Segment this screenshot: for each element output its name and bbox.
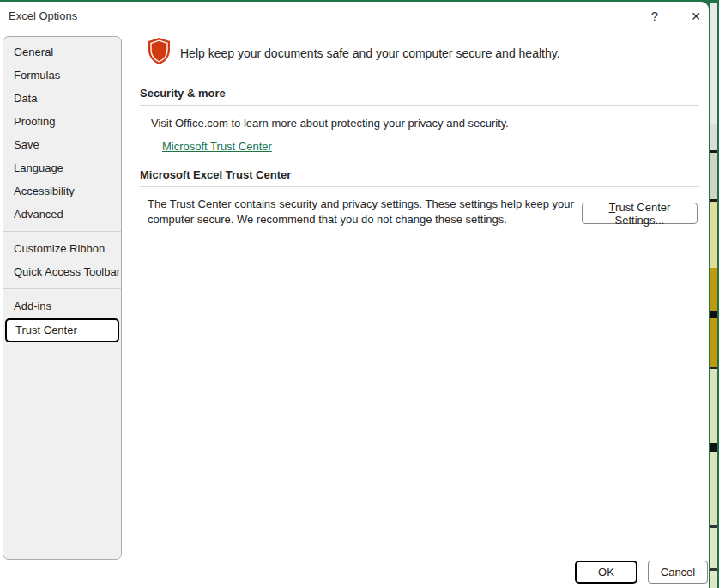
security-and-more-heading: Security & more: [140, 87, 226, 100]
sidebar-item-accessibility[interactable]: Accessibility: [3, 179, 121, 203]
options-category-sidebar: GeneralFormulasDataProofingSaveLanguageA…: [3, 36, 122, 560]
section-divider: [140, 186, 699, 187]
help-icon[interactable]: ?: [645, 7, 664, 26]
spreadsheet-strip-block: [710, 3, 717, 124]
sidebar-item-formulas[interactable]: Formulas: [3, 64, 121, 87]
dialog-title: Excel Options: [9, 9, 77, 22]
trust-center-settings-label: rust Center Settings...: [615, 201, 671, 227]
spreadsheet-strip-block: [710, 124, 717, 150]
spreadsheet-strip-block: [710, 318, 717, 367]
trust-center-settings-button[interactable]: Trust Center Settings...: [582, 203, 698, 224]
ok-button[interactable]: OK: [575, 561, 637, 584]
trust-center-settings-accel: T: [609, 201, 615, 214]
sidebar-separator: [3, 231, 121, 232]
sidebar-item-add-ins[interactable]: Add-ins: [3, 294, 121, 318]
security-banner: Help keep your documents safe and your c…: [148, 37, 560, 69]
sidebar-item-trust-center[interactable]: Trust Center: [5, 318, 119, 342]
security-shield-icon: [148, 37, 171, 69]
sidebar-item-advanced[interactable]: Advanced: [3, 203, 121, 226]
sidebar-item-language[interactable]: Language: [3, 156, 121, 179]
spreadsheet-strip-block: [710, 571, 717, 588]
security-banner-text: Help keep your documents safe and your c…: [180, 46, 560, 60]
spreadsheet-strip-block: [710, 452, 717, 525]
spreadsheet-strip-block: [710, 528, 717, 568]
sidebar-item-customize-ribbon[interactable]: Customize Ribbon: [3, 237, 121, 260]
trust-center-description-line1: The Trust Center contains security and p…: [148, 197, 574, 212]
excel-options-screen: Excel Options ? ✕ GeneralFormulasDataPro…: [0, 0, 719, 588]
excel-trust-center-heading: Microsoft Excel Trust Center: [140, 168, 291, 181]
sidebar-item-quick-access-toolbar[interactable]: Quick Access Toolbar: [3, 260, 121, 283]
section-divider: [140, 105, 699, 106]
trust-center-description: The Trust Center contains security and p…: [148, 197, 574, 227]
close-icon[interactable]: ✕: [686, 7, 706, 26]
spreadsheet-strip-block: [710, 369, 717, 443]
excel-options-dialog: Excel Options ? ✕ GeneralFormulasDataPro…: [0, 2, 709, 588]
sidebar-item-data[interactable]: Data: [3, 87, 121, 110]
spreadsheet-strip-block: [710, 268, 717, 311]
visit-office-text: Visit Office.com to learn more about pro…: [151, 117, 509, 130]
spreadsheet-strip-block: [710, 443, 717, 452]
background-spreadsheet-strip: [709, 0, 719, 588]
sidebar-item-proofing[interactable]: Proofing: [3, 110, 121, 133]
microsoft-trust-center-link[interactable]: Microsoft Trust Center: [162, 140, 272, 153]
spreadsheet-strip-block: [710, 153, 717, 199]
cancel-button[interactable]: Cancel: [648, 561, 708, 584]
trust-center-description-line2: computer secure. We recommend that you d…: [148, 212, 574, 227]
sidebar-separator: [3, 288, 121, 289]
spreadsheet-strip-block: [710, 311, 717, 318]
sidebar-item-general[interactable]: General: [3, 40, 121, 64]
spreadsheet-strip-block: [710, 202, 717, 268]
sidebar-item-save[interactable]: Save: [3, 133, 121, 156]
